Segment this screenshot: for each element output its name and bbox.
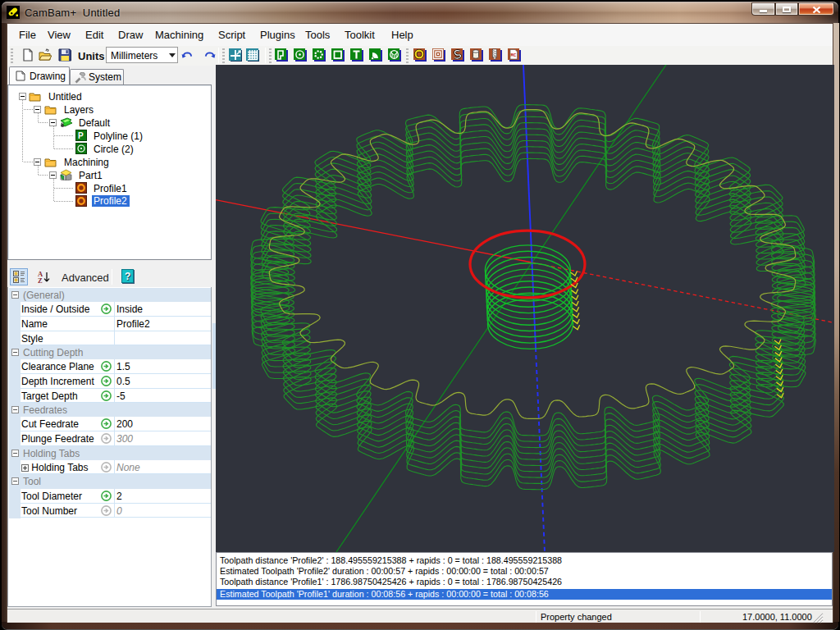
svg-text:Z: Z <box>38 276 43 284</box>
svg-text:P: P <box>78 131 84 140</box>
svg-text:MC: MC <box>511 52 517 58</box>
